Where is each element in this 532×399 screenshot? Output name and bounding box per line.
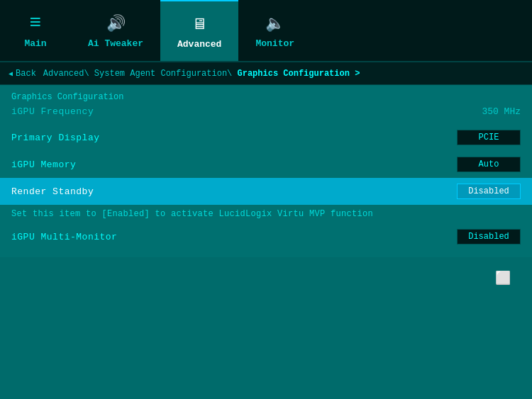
nav-label-ai: Ai Tweaker (88, 38, 143, 49)
nav-item-monitor[interactable]: Monitor (238, 0, 311, 61)
mouse-cursor: ⬜ (495, 270, 511, 286)
ai-icon (106, 13, 126, 34)
igpu-freq-row: iGPU Frequency 350 MHz (11, 103, 521, 120)
nav-item-ai-tweaker[interactable]: Ai Tweaker (71, 0, 160, 61)
primary-display-value[interactable]: PCIE (457, 130, 521, 145)
igpu-multi-label: iGPU Multi-Monitor (11, 232, 117, 242)
primary-display-row: Primary Display PCIE (11, 124, 521, 151)
main-content: Graphics Configuration iGPU Frequency 35… (0, 85, 532, 257)
render-standby-value[interactable]: Disabled (457, 184, 521, 199)
breadcrumb-bar: Back Advanced\ System Agent Configuratio… (0, 62, 532, 85)
igpu-freq-label: iGPU Frequency (11, 106, 94, 117)
back-button[interactable]: Back (9, 69, 36, 79)
igpu-multi-value[interactable]: Disabled (457, 229, 521, 245)
igpu-memory-row: iGPU Memory Auto (11, 151, 521, 178)
render-standby-row[interactable]: Render Standby Disabled (0, 178, 532, 205)
monitor-icon (265, 13, 284, 34)
nav-label-advanced: Advanced (177, 39, 221, 50)
back-label: Back (16, 69, 36, 79)
primary-display-label: Primary Display (11, 133, 100, 143)
advanced-icon (192, 13, 207, 35)
igpu-memory-label: iGPU Memory (11, 159, 76, 170)
section-header: Graphics Configuration (11, 92, 521, 102)
info-text: Set this item to [Enabled] to activate L… (11, 205, 521, 223)
nav-label-monitor: Monitor (255, 38, 294, 49)
top-nav: Main Ai Tweaker Advanced Monitor (0, 0, 532, 62)
breadcrumb-path: Advanced\ System Agent Configuration\ Gr… (43, 69, 360, 79)
menu-icon (30, 12, 42, 34)
nav-item-advanced[interactable]: Advanced (160, 0, 238, 61)
igpu-freq-value: 350 MHz (482, 106, 521, 117)
igpu-multi-monitor-row: iGPU Multi-Monitor Disabled (11, 223, 521, 250)
igpu-memory-value[interactable]: Auto (457, 157, 521, 172)
nav-label-main: Main (24, 38, 46, 49)
breadcrumb-current: Graphics Configuration > (238, 69, 360, 79)
nav-item-main[interactable]: Main (0, 0, 71, 61)
render-standby-label: Render Standby (11, 186, 94, 197)
